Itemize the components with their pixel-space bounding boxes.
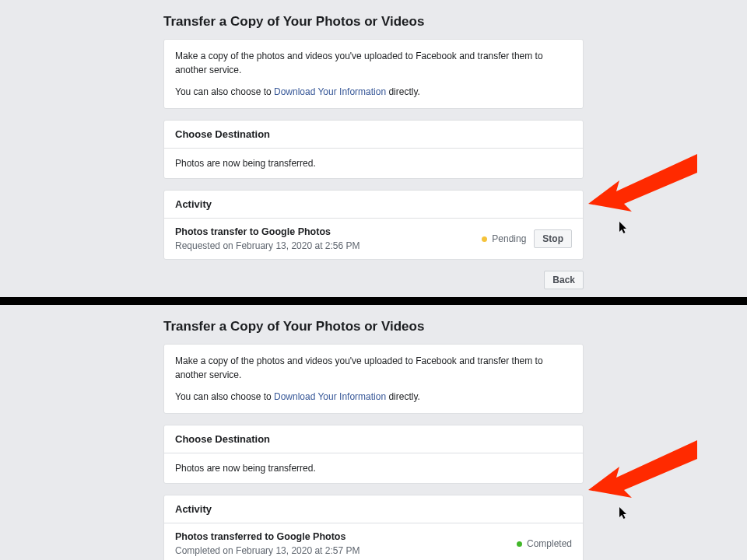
choose-destination-card: Choose Destination Photos are now being … bbox=[163, 120, 584, 179]
status-badge-completed: Completed bbox=[517, 538, 572, 549]
choose-destination-card: Choose Destination Photos are now being … bbox=[163, 425, 584, 484]
activity-card: Activity Photos transfer to Google Photo… bbox=[163, 190, 584, 260]
status-label: Pending bbox=[492, 233, 526, 244]
intro-prefix: You can also choose to bbox=[175, 391, 274, 402]
intro-prefix: You can also choose to bbox=[175, 86, 274, 97]
intro-text-1: Make a copy of the photos and videos you… bbox=[175, 49, 572, 77]
activity-header: Activity bbox=[164, 495, 583, 523]
download-your-info-link[interactable]: Download Your Information bbox=[274, 86, 386, 97]
choose-destination-header: Choose Destination bbox=[164, 121, 583, 149]
choose-destination-body: Photos are now being transferred. bbox=[164, 149, 583, 178]
separator-bar bbox=[0, 297, 747, 305]
activity-row: Photos transferred to Google Photos Comp… bbox=[164, 523, 583, 560]
activity-header: Activity bbox=[164, 191, 583, 219]
download-your-info-link[interactable]: Download Your Information bbox=[274, 391, 386, 402]
status-dot-icon bbox=[482, 236, 487, 242]
back-button[interactable]: Back bbox=[544, 271, 584, 289]
intro-text-1: Make a copy of the photos and videos you… bbox=[175, 354, 572, 382]
intro-suffix: directly. bbox=[386, 86, 420, 97]
activity-title: Photos transfer to Google Photos bbox=[175, 226, 360, 237]
choose-destination-header: Choose Destination bbox=[164, 425, 583, 453]
activity-row: Photos transfer to Google Photos Request… bbox=[164, 219, 583, 259]
intro-suffix: directly. bbox=[386, 391, 420, 402]
status-dot-icon bbox=[517, 541, 522, 547]
activity-card: Activity Photos transferred to Google Ph… bbox=[163, 495, 584, 560]
activity-timestamp: Requested on February 13, 2020 at 2:56 P… bbox=[175, 240, 360, 251]
intro-card: Make a copy of the photos and videos you… bbox=[163, 39, 584, 109]
intro-text-2: You can also choose to Download Your Inf… bbox=[175, 390, 572, 404]
intro-card: Make a copy of the photos and videos you… bbox=[163, 344, 584, 414]
status-badge-pending: Pending bbox=[482, 233, 526, 244]
choose-destination-body: Photos are now being transferred. bbox=[164, 453, 583, 483]
stop-button[interactable]: Stop bbox=[534, 229, 572, 248]
intro-text-2: You can also choose to Download Your Inf… bbox=[175, 85, 572, 99]
page-title: Transfer a Copy of Your Photos or Videos bbox=[163, 319, 584, 334]
page-title: Transfer a Copy of Your Photos or Videos bbox=[163, 14, 584, 30]
status-label: Completed bbox=[527, 538, 572, 549]
activity-timestamp: Completed on February 13, 2020 at 2:57 P… bbox=[175, 545, 359, 556]
activity-title: Photos transferred to Google Photos bbox=[175, 531, 359, 542]
